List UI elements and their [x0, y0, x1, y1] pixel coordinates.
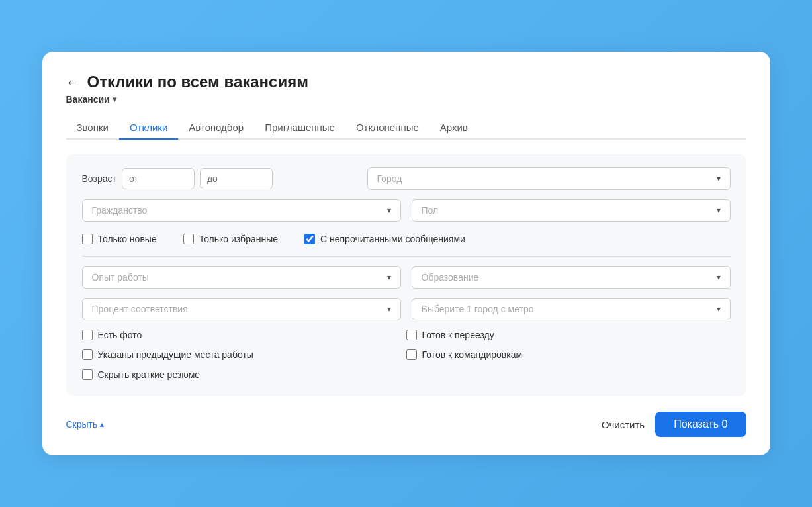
page-title: Отклики по всем вакансиям: [87, 73, 308, 91]
filter-row-age-city: Возраст Город ▾: [82, 167, 731, 190]
education-placeholder: Образование: [422, 272, 479, 283]
only-favorites-label: Только избранные: [199, 234, 278, 244]
vacancies-label: Вакансии: [66, 94, 110, 105]
hide-short-resumes-label: Скрыть краткие резюме: [98, 369, 201, 380]
only-new-label: Только новые: [98, 234, 157, 244]
checkboxes-row-top: Только новые Только избранные С непрочит…: [82, 231, 731, 247]
checkbox-hide-short-resumes[interactable]: Скрыть краткие резюме: [82, 369, 406, 380]
hide-arrow-icon: ▴: [100, 420, 104, 429]
age-label: Возраст: [82, 173, 116, 184]
ready-to-relocate-checkbox[interactable]: [406, 330, 417, 340]
prev-workplaces-checkbox[interactable]: [82, 349, 93, 360]
education-chevron-icon: ▾: [717, 273, 721, 282]
unread-messages-checkbox[interactable]: [304, 234, 315, 244]
has-photo-label: Есть фото: [98, 330, 142, 340]
gender-chevron-icon: ▾: [717, 206, 721, 215]
tabs-bar: Звонки Отклики Автоподбор Приглашенные О…: [66, 116, 746, 140]
city-placeholder: Город: [377, 173, 402, 184]
match-percent-placeholder: Процент соответствия: [92, 304, 188, 314]
tab-auto[interactable]: Автоподбор: [178, 116, 254, 140]
checkbox-ready-to-relocate[interactable]: Готов к переезду: [406, 330, 731, 340]
only-favorites-checkbox[interactable]: [183, 234, 194, 244]
match-percent-chevron-icon: ▾: [387, 304, 391, 314]
metro-city-placeholder: Выберите 1 город с метро: [422, 304, 534, 314]
city-select[interactable]: Город ▾: [367, 167, 731, 190]
citizenship-chevron-icon: ▾: [387, 206, 391, 215]
main-card: ← Отклики по всем вакансиям Вакансии ▾ З…: [42, 52, 770, 455]
ready-to-relocate-label: Готов к переезду: [422, 330, 494, 340]
checkbox-only-new[interactable]: Только новые: [82, 234, 157, 244]
checkbox-only-favorites[interactable]: Только избранные: [183, 234, 278, 244]
city-chevron-icon: ▾: [717, 174, 721, 183]
bottom-checkboxes-col1: Есть фото Указаны предыдущие места работ…: [82, 330, 406, 380]
header-row: ← Отклики по всем вакансиям: [66, 73, 746, 91]
filter-row-citizenship-gender: Гражданство ▾ Пол ▾: [82, 199, 731, 222]
vacancies-chevron-icon: ▾: [113, 95, 116, 104]
experience-chevron-icon: ▾: [387, 273, 391, 282]
has-photo-checkbox[interactable]: [82, 330, 93, 340]
checkbox-prev-workplaces[interactable]: Указаны предыдущие места работы: [82, 349, 406, 360]
filter-row-match-metro: Процент соответствия ▾ Выберите 1 город …: [82, 298, 731, 320]
divider-1: [82, 256, 731, 257]
filters-block: Возраст Город ▾ Гражданство ▾ Пол ▾: [66, 154, 746, 396]
footer-row: Скрыть ▴ Очистить Показать 0: [66, 412, 746, 437]
tab-rejected[interactable]: Отклоненные: [345, 116, 429, 140]
citizenship-placeholder: Гражданство: [92, 205, 148, 216]
metro-city-select[interactable]: Выберите 1 город с метро ▾: [412, 298, 731, 320]
age-from-input[interactable]: [122, 168, 195, 189]
age-group: Возраст: [82, 168, 357, 189]
hide-label: Скрыть: [66, 419, 98, 430]
vacancies-dropdown[interactable]: Вакансии ▾: [66, 94, 746, 105]
tab-archive[interactable]: Архив: [429, 116, 478, 140]
bottom-checkboxes: Есть фото Указаны предыдущие места работ…: [82, 330, 731, 380]
unread-messages-label: С непрочитанными сообщениями: [320, 234, 465, 244]
footer-right: Очистить Показать 0: [602, 412, 746, 437]
checkbox-unread-messages[interactable]: С непрочитанными сообщениями: [304, 234, 465, 244]
education-select[interactable]: Образование ▾: [412, 266, 731, 289]
filter-row-exp-edu: Опыт работы ▾ Образование ▾: [82, 266, 731, 289]
experience-placeholder: Опыт работы: [92, 272, 149, 283]
age-to-input[interactable]: [200, 168, 273, 189]
only-new-checkbox[interactable]: [82, 234, 93, 244]
prev-workplaces-label: Указаны предыдущие места работы: [98, 349, 253, 360]
match-percent-select[interactable]: Процент соответствия ▾: [82, 298, 401, 320]
checkbox-ready-for-trips[interactable]: Готов к командировкам: [406, 349, 731, 360]
gender-placeholder: Пол: [422, 205, 439, 216]
hide-link[interactable]: Скрыть ▴: [66, 419, 105, 430]
ready-for-trips-checkbox[interactable]: [406, 349, 417, 360]
tab-calls[interactable]: Звонки: [66, 116, 119, 140]
hide-short-resumes-checkbox[interactable]: [82, 369, 93, 380]
gender-select[interactable]: Пол ▾: [412, 199, 731, 222]
citizenship-select[interactable]: Гражданство ▾: [82, 199, 401, 222]
show-button[interactable]: Показать 0: [655, 412, 746, 437]
ready-for-trips-label: Готов к командировкам: [422, 349, 523, 360]
clear-button[interactable]: Очистить: [602, 419, 645, 430]
experience-select[interactable]: Опыт работы ▾: [82, 266, 401, 289]
metro-city-chevron-icon: ▾: [717, 304, 721, 314]
tab-responses[interactable]: Отклики: [119, 116, 178, 140]
checkbox-has-photo[interactable]: Есть фото: [82, 330, 406, 340]
tab-invited[interactable]: Приглашенные: [254, 116, 345, 140]
back-button[interactable]: ←: [66, 75, 79, 90]
bottom-checkboxes-col2: Готов к переезду Готов к командировкам: [406, 330, 731, 380]
